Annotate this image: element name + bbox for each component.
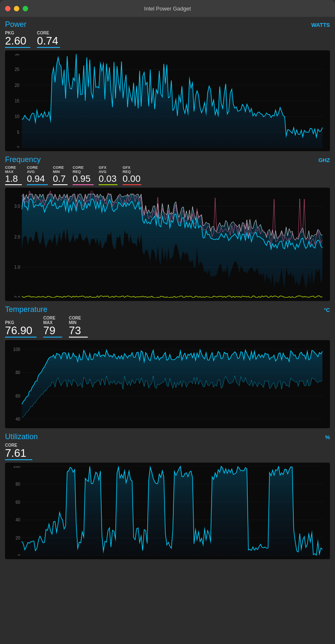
freq-core-max-label: COREMAX bbox=[5, 166, 22, 174]
power-unit: WATTS bbox=[311, 22, 330, 28]
frequency-metrics: COREMAX 1.8 COREAVG 0.94 COREMIN 0.7 COR… bbox=[5, 166, 330, 185]
temperature-unit: °C bbox=[324, 307, 330, 313]
window-title: Intel Power Gadget bbox=[144, 5, 191, 12]
freq-core-min-underline bbox=[53, 184, 68, 185]
util-core-group: CORE 7.61 bbox=[5, 443, 32, 460]
freq-core-max-value: 1.8 bbox=[5, 174, 22, 183]
power-title: Power bbox=[5, 20, 26, 29]
power-core-underline bbox=[37, 47, 60, 48]
frequency-chart-container bbox=[5, 188, 330, 301]
freq-core-req: COREREQ 0.95 bbox=[73, 166, 94, 185]
utilization-metrics: CORE 7.61 bbox=[5, 443, 330, 460]
frequency-chart bbox=[8, 191, 323, 298]
freq-gfx-req-underline bbox=[123, 184, 141, 185]
frequency-title: Frequency bbox=[5, 155, 41, 164]
temperature-chart-container bbox=[5, 340, 330, 428]
temp-pkg-underline bbox=[5, 337, 37, 338]
freq-gfx-avg-label: GFXAVG bbox=[99, 166, 118, 174]
utilization-chart bbox=[8, 466, 323, 556]
freq-gfx-avg: GFXAVG 0.03 bbox=[99, 166, 118, 185]
freq-core-avg-value: 0.94 bbox=[27, 174, 48, 183]
power-pkg-group: PKG 2.60 bbox=[5, 31, 30, 48]
freq-core-req-underline bbox=[73, 184, 94, 185]
utilization-header: Utilization % bbox=[5, 432, 330, 441]
freq-gfx-req: GFXREQ 0.00 bbox=[123, 166, 141, 185]
power-pkg-value: 2.60 bbox=[5, 35, 30, 46]
freq-gfx-avg-value: 0.03 bbox=[99, 174, 118, 183]
temp-core-max-underline bbox=[43, 337, 62, 338]
power-chart bbox=[8, 54, 323, 148]
utilization-title: Utilization bbox=[5, 432, 38, 441]
utilization-unit: % bbox=[325, 434, 330, 440]
freq-core-req-label: COREREQ bbox=[73, 166, 94, 174]
power-section: Power WATTS PKG 2.60 CORE 0.74 bbox=[5, 20, 330, 151]
power-chart-container bbox=[5, 50, 330, 151]
frequency-section: Frequency GHZ COREMAX 1.8 COREAVG 0.94 C… bbox=[5, 155, 330, 301]
freq-core-avg-underline bbox=[27, 184, 48, 185]
temp-pkg-group: PKG 76.90 bbox=[5, 320, 37, 338]
power-core-value: 0.74 bbox=[37, 35, 60, 46]
frequency-header: Frequency GHZ bbox=[5, 155, 330, 164]
utilization-section: Utilization % CORE 7.61 bbox=[5, 432, 330, 559]
temperature-metrics: PKG 76.90 COREMAX 79 COREMIN 73 bbox=[5, 316, 330, 338]
freq-gfx-avg-underline bbox=[99, 184, 118, 185]
utilization-chart-container bbox=[5, 463, 330, 559]
maximize-button[interactable] bbox=[23, 6, 28, 11]
temperature-chart bbox=[8, 343, 323, 425]
temp-core-min-group: COREMIN 73 bbox=[69, 316, 88, 338]
util-core-underline bbox=[5, 459, 32, 460]
temperature-title: Temperature bbox=[5, 305, 47, 314]
temperature-header: Temperature °C bbox=[5, 305, 330, 314]
frequency-unit: GHZ bbox=[319, 157, 330, 163]
util-core-value: 7.61 bbox=[5, 448, 32, 458]
freq-core-min-value: 0.7 bbox=[53, 174, 68, 183]
freq-core-req-value: 0.95 bbox=[73, 174, 94, 183]
minimize-button[interactable] bbox=[14, 6, 19, 11]
freq-core-avg: COREAVG 0.94 bbox=[27, 166, 48, 185]
temp-core-min-value: 73 bbox=[69, 325, 88, 336]
temp-pkg-value: 76.90 bbox=[5, 325, 37, 336]
freq-core-max: COREMAX 1.8 bbox=[5, 166, 22, 185]
freq-gfx-req-label: GFXREQ bbox=[123, 166, 141, 174]
close-button[interactable] bbox=[5, 6, 10, 11]
freq-core-min-label: COREMIN bbox=[53, 166, 68, 174]
temp-core-max-value: 79 bbox=[43, 325, 62, 336]
window-controls[interactable] bbox=[5, 6, 28, 11]
power-metrics: PKG 2.60 CORE 0.74 bbox=[5, 31, 330, 48]
title-bar: Intel Power Gadget bbox=[0, 0, 335, 17]
temperature-section: Temperature °C PKG 76.90 COREMAX 79 CORE… bbox=[5, 305, 330, 428]
freq-core-max-underline bbox=[5, 184, 22, 185]
temp-core-min-underline bbox=[69, 337, 88, 338]
power-pkg-underline bbox=[5, 47, 30, 48]
freq-core-avg-label: COREAVG bbox=[27, 166, 48, 174]
freq-core-min: COREMIN 0.7 bbox=[53, 166, 68, 185]
freq-gfx-req-value: 0.00 bbox=[123, 174, 141, 183]
power-header: Power WATTS bbox=[5, 20, 330, 29]
temp-core-min-label: COREMIN bbox=[69, 316, 88, 325]
temp-core-max-group: COREMAX 79 bbox=[43, 316, 62, 338]
power-core-group: CORE 0.74 bbox=[37, 31, 60, 48]
temp-core-max-label: COREMAX bbox=[43, 316, 62, 325]
